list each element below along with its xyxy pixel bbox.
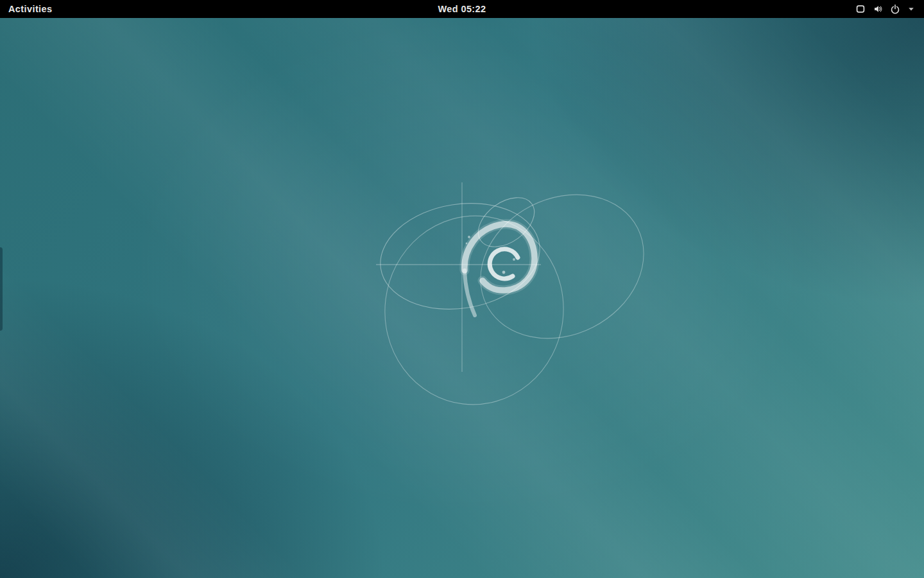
volume-icon [873,4,883,14]
top-panel: Activities Wed 05:22 [0,0,924,18]
clock-button[interactable]: Wed 05:22 [432,0,491,18]
power-icon [890,4,900,14]
system-status-menu[interactable] [850,0,924,18]
left-edge-shadow [0,247,3,331]
gnome-desktop-screen: Activities Wed 05:22 [0,0,924,578]
desktop-wallpaper [0,18,924,578]
network-display-icon [855,4,866,14]
activities-button[interactable]: Activities [4,2,56,16]
system-menu-caret-icon [907,5,915,13]
